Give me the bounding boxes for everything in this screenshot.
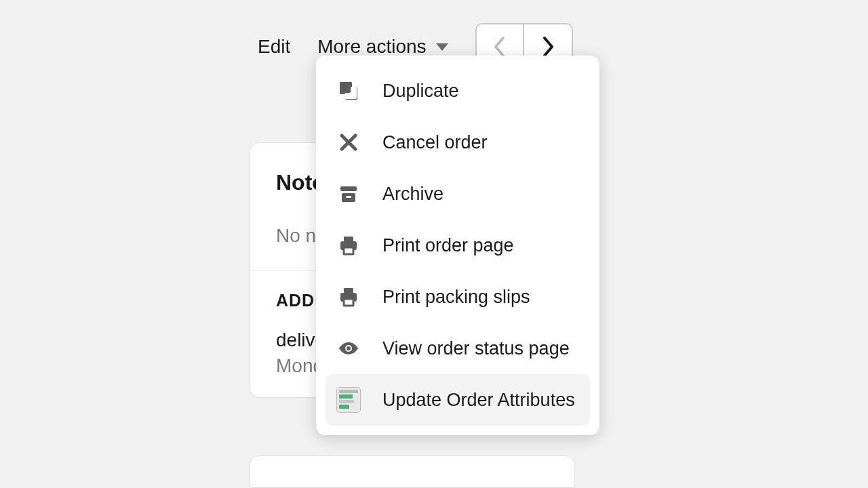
menu-item-label: View order status page (382, 338, 570, 359)
svg-rect-16 (344, 247, 353, 254)
menu-item-print-packing-slips[interactable]: Print packing slips (316, 271, 599, 323)
chevron-left-icon (493, 36, 507, 58)
caret-down-icon (436, 43, 448, 51)
print-icon (336, 233, 361, 258)
more-actions-dropdown: Duplicate Cancel order Archive Print ord… (316, 56, 599, 435)
archive-icon (336, 182, 361, 206)
print-icon (336, 285, 361, 309)
svg-rect-17 (344, 288, 353, 293)
menu-item-label: Update Order Attributes (382, 390, 575, 411)
menu-item-update-attributes[interactable]: Update Order Attributes (326, 374, 590, 426)
svg-rect-14 (344, 237, 353, 241)
menu-item-label: Print packing slips (382, 287, 530, 308)
svg-rect-10 (340, 82, 351, 93)
menu-item-view-status-page[interactable]: View order status page (316, 323, 599, 374)
eye-icon (336, 336, 361, 361)
svg-rect-19 (344, 299, 353, 306)
svg-rect-11 (340, 186, 357, 191)
menu-item-label: Cancel order (382, 132, 488, 153)
menu-item-duplicate[interactable]: Duplicate (316, 65, 599, 117)
menu-item-print-order[interactable]: Print order page (316, 220, 599, 271)
duplicate-icon (336, 79, 361, 103)
menu-item-archive[interactable]: Archive (316, 168, 599, 220)
app-icon (336, 388, 361, 412)
menu-item-cancel-order[interactable]: Cancel order (316, 117, 599, 168)
menu-item-label: Duplicate (382, 81, 459, 102)
more-actions-label: More actions (317, 36, 426, 58)
svg-point-21 (347, 346, 351, 350)
close-icon (336, 130, 361, 155)
menu-item-label: Print order page (382, 235, 514, 256)
menu-item-label: Archive (382, 184, 443, 205)
edit-link[interactable]: Edit (258, 36, 290, 58)
chevron-right-icon (541, 36, 555, 58)
svg-rect-13 (346, 196, 351, 198)
more-actions-button[interactable]: More actions (317, 36, 448, 58)
next-card-top (250, 455, 575, 488)
